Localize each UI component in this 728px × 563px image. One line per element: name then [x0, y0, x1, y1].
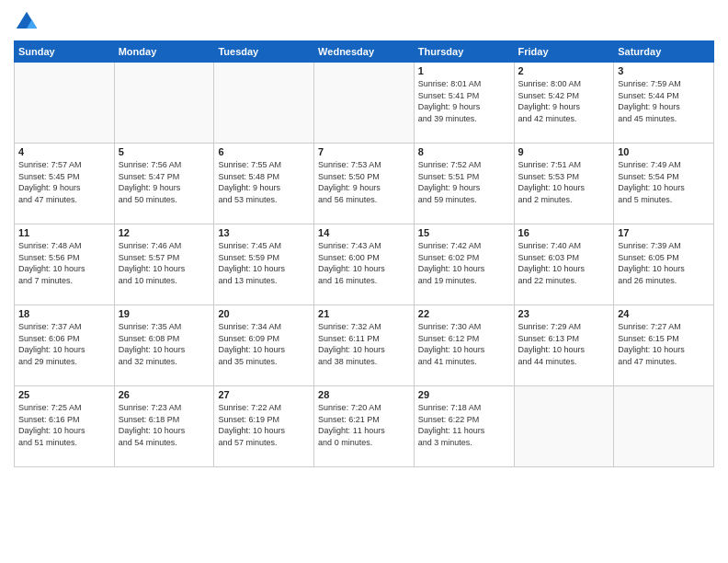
week-row-0: 1Sunrise: 8:01 AM Sunset: 5:41 PM Daylig…: [15, 63, 714, 144]
day-number: 3: [618, 65, 710, 76]
header-row: SundayMondayTuesdayWednesdayThursdayFrid…: [15, 41, 714, 63]
page: SundayMondayTuesdayWednesdayThursdayFrid…: [0, 0, 728, 563]
week-row-4: 25Sunrise: 7:25 AM Sunset: 6:16 PM Dayli…: [15, 386, 714, 467]
calendar-cell: 18Sunrise: 7:37 AM Sunset: 6:06 PM Dayli…: [15, 305, 115, 386]
calendar-cell: [15, 63, 115, 144]
day-number: 17: [618, 227, 710, 238]
calendar-header: SundayMondayTuesdayWednesdayThursdayFrid…: [15, 41, 714, 63]
day-info: Sunrise: 7:55 AM Sunset: 5:48 PM Dayligh…: [218, 159, 310, 205]
header-day-monday: Monday: [114, 41, 214, 63]
calendar-cell: 17Sunrise: 7:39 AM Sunset: 6:05 PM Dayli…: [614, 224, 714, 305]
day-info: Sunrise: 7:59 AM Sunset: 5:44 PM Dayligh…: [618, 78, 710, 124]
day-info: Sunrise: 7:25 AM Sunset: 6:16 PM Dayligh…: [18, 402, 110, 448]
day-info: Sunrise: 7:53 AM Sunset: 5:50 PM Dayligh…: [318, 159, 410, 205]
header-day-friday: Friday: [514, 41, 614, 63]
day-info: Sunrise: 7:30 AM Sunset: 6:12 PM Dayligh…: [418, 321, 510, 367]
calendar-cell: [314, 63, 415, 144]
header: [14, 9, 714, 35]
calendar-cell: [514, 386, 614, 467]
day-number: 9: [518, 146, 610, 157]
day-number: 16: [518, 227, 610, 238]
header-day-saturday: Saturday: [614, 41, 714, 63]
calendar-cell: 22Sunrise: 7:30 AM Sunset: 6:12 PM Dayli…: [414, 305, 514, 386]
day-number: 23: [518, 308, 610, 319]
calendar-cell: 23Sunrise: 7:29 AM Sunset: 6:13 PM Dayli…: [514, 305, 614, 386]
day-number: 2: [518, 65, 610, 76]
calendar-cell: 27Sunrise: 7:22 AM Sunset: 6:19 PM Dayli…: [214, 386, 314, 467]
day-info: Sunrise: 7:39 AM Sunset: 6:05 PM Dayligh…: [618, 240, 710, 286]
calendar-cell: 3Sunrise: 7:59 AM Sunset: 5:44 PM Daylig…: [614, 63, 714, 144]
day-info: Sunrise: 7:51 AM Sunset: 5:53 PM Dayligh…: [518, 159, 610, 205]
day-number: 11: [18, 227, 110, 238]
day-info: Sunrise: 7:42 AM Sunset: 6:02 PM Dayligh…: [418, 240, 510, 286]
calendar-cell: 10Sunrise: 7:49 AM Sunset: 5:54 PM Dayli…: [614, 144, 714, 224]
week-row-3: 18Sunrise: 7:37 AM Sunset: 6:06 PM Dayli…: [15, 305, 714, 386]
day-number: 4: [18, 146, 110, 157]
day-info: Sunrise: 7:34 AM Sunset: 6:09 PM Dayligh…: [218, 321, 310, 367]
day-info: Sunrise: 7:46 AM Sunset: 5:57 PM Dayligh…: [119, 240, 210, 286]
day-info: Sunrise: 7:20 AM Sunset: 6:21 PM Dayligh…: [318, 402, 410, 448]
day-number: 1: [418, 65, 510, 76]
calendar-cell: 14Sunrise: 7:43 AM Sunset: 6:00 PM Dayli…: [314, 224, 415, 305]
day-number: 8: [418, 146, 510, 157]
calendar-cell: 29Sunrise: 7:18 AM Sunset: 6:22 PM Dayli…: [414, 386, 514, 467]
logo: [14, 9, 43, 35]
day-number: 25: [18, 389, 110, 400]
day-number: 18: [18, 308, 110, 319]
header-day-tuesday: Tuesday: [214, 41, 314, 63]
day-info: Sunrise: 7:40 AM Sunset: 6:03 PM Dayligh…: [518, 240, 610, 286]
day-info: Sunrise: 7:37 AM Sunset: 6:06 PM Dayligh…: [18, 321, 110, 367]
header-day-thursday: Thursday: [414, 41, 514, 63]
day-info: Sunrise: 7:18 AM Sunset: 6:22 PM Dayligh…: [418, 402, 510, 448]
day-info: Sunrise: 7:22 AM Sunset: 6:19 PM Dayligh…: [218, 402, 310, 448]
calendar-cell: 9Sunrise: 7:51 AM Sunset: 5:53 PM Daylig…: [514, 144, 614, 224]
day-number: 6: [218, 146, 310, 157]
day-info: Sunrise: 7:56 AM Sunset: 5:47 PM Dayligh…: [119, 159, 210, 205]
calendar-cell: 24Sunrise: 7:27 AM Sunset: 6:15 PM Dayli…: [614, 305, 714, 386]
week-row-2: 11Sunrise: 7:48 AM Sunset: 5:56 PM Dayli…: [15, 224, 714, 305]
calendar-cell: 25Sunrise: 7:25 AM Sunset: 6:16 PM Dayli…: [15, 386, 115, 467]
day-info: Sunrise: 7:48 AM Sunset: 5:56 PM Dayligh…: [18, 240, 110, 286]
day-number: 22: [418, 308, 510, 319]
day-number: 27: [218, 389, 310, 400]
day-info: Sunrise: 7:49 AM Sunset: 5:54 PM Dayligh…: [618, 159, 710, 205]
day-number: 14: [318, 227, 410, 238]
calendar-cell: 15Sunrise: 7:42 AM Sunset: 6:02 PM Dayli…: [414, 224, 514, 305]
calendar-cell: 28Sunrise: 7:20 AM Sunset: 6:21 PM Dayli…: [314, 386, 415, 467]
calendar-cell: [214, 63, 314, 144]
day-number: 15: [418, 227, 510, 238]
calendar-cell: 7Sunrise: 7:53 AM Sunset: 5:50 PM Daylig…: [314, 144, 415, 224]
calendar-cell: 21Sunrise: 7:32 AM Sunset: 6:11 PM Dayli…: [314, 305, 415, 386]
calendar-cell: 2Sunrise: 8:00 AM Sunset: 5:42 PM Daylig…: [514, 63, 614, 144]
day-info: Sunrise: 7:23 AM Sunset: 6:18 PM Dayligh…: [119, 402, 210, 448]
calendar-cell: 12Sunrise: 7:46 AM Sunset: 5:57 PM Dayli…: [114, 224, 214, 305]
day-number: 7: [318, 146, 410, 157]
calendar-cell: 26Sunrise: 7:23 AM Sunset: 6:18 PM Dayli…: [114, 386, 214, 467]
day-info: Sunrise: 7:52 AM Sunset: 5:51 PM Dayligh…: [418, 159, 510, 205]
calendar-cell: 16Sunrise: 7:40 AM Sunset: 6:03 PM Dayli…: [514, 224, 614, 305]
calendar-cell: 19Sunrise: 7:35 AM Sunset: 6:08 PM Dayli…: [114, 305, 214, 386]
day-number: 12: [119, 227, 210, 238]
header-day-wednesday: Wednesday: [314, 41, 415, 63]
day-number: 13: [218, 227, 310, 238]
day-info: Sunrise: 7:45 AM Sunset: 5:59 PM Dayligh…: [218, 240, 310, 286]
day-info: Sunrise: 7:43 AM Sunset: 6:00 PM Dayligh…: [318, 240, 410, 286]
day-number: 20: [218, 308, 310, 319]
day-info: Sunrise: 8:01 AM Sunset: 5:41 PM Dayligh…: [418, 78, 510, 124]
day-number: 19: [119, 308, 210, 319]
calendar-cell: 4Sunrise: 7:57 AM Sunset: 5:45 PM Daylig…: [15, 144, 115, 224]
calendar-cell: 1Sunrise: 8:01 AM Sunset: 5:41 PM Daylig…: [414, 63, 514, 144]
day-info: Sunrise: 7:32 AM Sunset: 6:11 PM Dayligh…: [318, 321, 410, 367]
calendar-cell: [114, 63, 214, 144]
calendar-cell: [614, 386, 714, 467]
day-info: Sunrise: 7:29 AM Sunset: 6:13 PM Dayligh…: [518, 321, 610, 367]
calendar-cell: 20Sunrise: 7:34 AM Sunset: 6:09 PM Dayli…: [214, 305, 314, 386]
day-number: 26: [119, 389, 210, 400]
day-number: 28: [318, 389, 410, 400]
day-number: 10: [618, 146, 710, 157]
logo-icon: [14, 9, 40, 35]
day-info: Sunrise: 7:35 AM Sunset: 6:08 PM Dayligh…: [119, 321, 210, 367]
calendar-cell: 13Sunrise: 7:45 AM Sunset: 5:59 PM Dayli…: [214, 224, 314, 305]
day-number: 21: [318, 308, 410, 319]
header-day-sunday: Sunday: [15, 41, 115, 63]
